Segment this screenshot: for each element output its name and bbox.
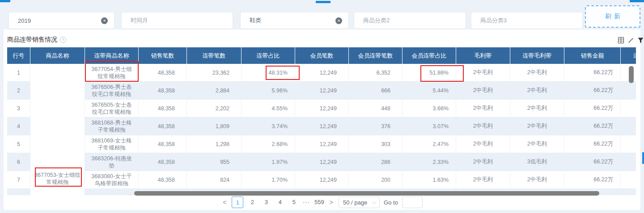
header-cell: 连 <box>621 47 636 64</box>
filter-time-month[interactable]: 时间月 <box>122 13 233 29</box>
table-cell-linked: 3681069-女士格子常规棉拖 <box>85 135 139 153</box>
table-cell-num: 1 <box>7 64 30 82</box>
annotation-box-linked-product <box>85 61 139 82</box>
refresh-button[interactable]: 刷新 <box>585 5 640 28</box>
header-cell: 连带占比 <box>242 47 295 64</box>
header-cell: 会员连带笔数 <box>349 47 402 64</box>
table-cell-ratio: 1.70% <box>242 171 295 189</box>
filter-category-3-placeholder: 商品分类3 <box>480 17 507 25</box>
table-cell-profit: 2中毛利 <box>456 100 510 117</box>
table-cell-member: 12,249 <box>295 117 349 135</box>
prev-page-button[interactable]: < <box>221 199 228 206</box>
annotation-box-linked-ratio <box>266 66 300 80</box>
goto-page-input[interactable] <box>402 196 423 208</box>
page-size-select[interactable]: 50 / page <box>339 196 380 208</box>
table-cell-profit: 2中毛利 <box>456 117 510 135</box>
table-cell-linked_profit: 3低毛利 <box>510 153 564 171</box>
filter-icon[interactable] <box>638 38 644 43</box>
clear-icon[interactable]: ✕ <box>335 17 342 24</box>
chevron-down-icon <box>372 200 377 204</box>
ellipsis[interactable]: ••• <box>303 200 310 205</box>
clear-icon[interactable]: ✕ <box>101 17 108 24</box>
header-cell: 商品名称 <box>30 47 85 64</box>
help-icon[interactable]: ? <box>60 37 66 43</box>
table-cell-linked_count: 1,809 <box>187 117 242 135</box>
table-cell-ratio: 2.68% <box>242 135 295 153</box>
table-cell-member_ratio: 3.07% <box>402 117 456 135</box>
table-cell-linked_count: 2,884 <box>187 82 242 100</box>
filter-category-1[interactable]: 鞋类 ✕ <box>241 13 348 29</box>
table-cell-member_linked: 303 <box>349 135 402 153</box>
table-cell-num: 5 <box>7 135 30 153</box>
table-cell-profit: 2中毛利 <box>456 64 510 82</box>
vertical-scrollbar[interactable] <box>629 66 634 83</box>
table-cell-profit: 2中毛利 <box>456 135 510 153</box>
annotation-box-product-name <box>35 167 82 187</box>
table-cell-member_linked: 200 <box>349 171 402 189</box>
table-cell-sales: 48,358 <box>139 64 187 82</box>
table-cell-member_ratio: 5.44% <box>402 82 456 100</box>
header-cell: 行号 <box>7 47 30 64</box>
filter-year-value: 2019 <box>18 17 31 24</box>
table-cell-amount: 66.22万 <box>564 117 621 135</box>
table-icon[interactable] <box>618 37 624 43</box>
table-cell-member: 12,249 <box>295 64 349 82</box>
table-cell-amount: 66.22万 <box>564 135 621 153</box>
table-cell-linked: 3676505-女士条纹毛口常规棉拖 <box>85 100 139 117</box>
page-button-3[interactable]: 3 <box>261 196 271 208</box>
page-button-4[interactable]: 4 <box>275 196 285 208</box>
table-cell-member_ratio: 1.63% <box>402 171 456 189</box>
table-cell-profit: 2中毛利 <box>456 171 510 189</box>
table-cell-sales: 48,358 <box>139 100 187 117</box>
top-accent-bar <box>0 0 10 2</box>
table-cell-linked_count: 955 <box>187 153 242 171</box>
filter-category-2-placeholder: 商品分类2 <box>363 17 390 25</box>
table-cell-extra <box>621 135 636 153</box>
table-cell-member_linked: 376 <box>349 117 402 135</box>
page-scrollbar[interactable] <box>642 152 644 164</box>
table-cell-extra <box>621 100 636 117</box>
expand-icon[interactable] <box>628 38 634 43</box>
page-button-1[interactable]: 1 <box>232 196 243 208</box>
goto-label: Go to <box>384 199 398 206</box>
table-cell-extra <box>621 171 636 189</box>
table-cell-num <box>7 189 30 195</box>
table-cell-sales: 48,358 <box>139 153 187 171</box>
table-cell-profit: 2中毛利 <box>456 153 510 171</box>
table-cell-sales: 48,358 <box>139 82 187 100</box>
table-cell-extra <box>621 153 636 171</box>
table-cell-sales: 48,358 <box>139 135 187 153</box>
table-row: 73683080-女士千鸟格带跟棉拖48,3588241.70%12,24920… <box>7 171 636 189</box>
table-row: 63683206-特惠坐垫48,3589551.97%12,2492862.33… <box>7 153 636 171</box>
table-cell-linked_profit: 2中毛利 <box>510 64 564 82</box>
filter-year[interactable]: 2019 ✕ <box>9 13 114 29</box>
filter-category-3[interactable]: 商品分类3 <box>471 13 582 29</box>
table-cell-member: 12,249 <box>295 82 349 100</box>
page-button-5[interactable]: 5 <box>289 196 299 208</box>
table-cell-extra <box>621 189 636 195</box>
table-cell-linked_profit: 2中毛利 <box>510 171 564 189</box>
top-accent-bar <box>630 0 644 2</box>
table-row: 33676505-女士条纹毛口常规棉拖48,3582,2024.55%12,24… <box>7 100 636 117</box>
table-cell-member_linked: 286 <box>349 153 402 171</box>
page-button-2[interactable]: 2 <box>247 196 257 208</box>
table-cell-amount: 66.22万 <box>564 171 621 189</box>
table-cell-member_ratio: 2.47% <box>402 135 456 153</box>
table-row: 53681069-女士格子常规棉拖48,3581,2982.68%12,2493… <box>7 135 636 153</box>
annotation-box-member-ratio <box>420 65 464 82</box>
filter-category-2[interactable]: 商品分类2 <box>354 13 466 29</box>
table-cell-sales: 48,358 <box>139 117 187 135</box>
page-button-last[interactable]: 559 <box>314 196 324 208</box>
table-cell-num: 4 <box>7 117 30 135</box>
filter-category-1-value: 鞋类 <box>250 17 261 25</box>
table-cell-amount: 66.22万 <box>564 64 621 82</box>
table-cell-linked_count: 23,362 <box>187 64 242 82</box>
header-cell: 销售金额 <box>564 47 621 64</box>
next-page-button[interactable]: > <box>328 199 335 206</box>
table-cell-linked_count: 1,298 <box>187 135 242 153</box>
horizontal-scrollbar[interactable] <box>134 191 599 196</box>
table-cell-member: 12,249 <box>295 135 349 153</box>
table-cell-linked: 3676506-男士条纹毛口常规棉拖 <box>85 82 139 100</box>
table-cell-linked_profit: 2中毛利 <box>510 100 564 117</box>
table-cell-linked: 3683079-男士千 <box>85 189 139 195</box>
